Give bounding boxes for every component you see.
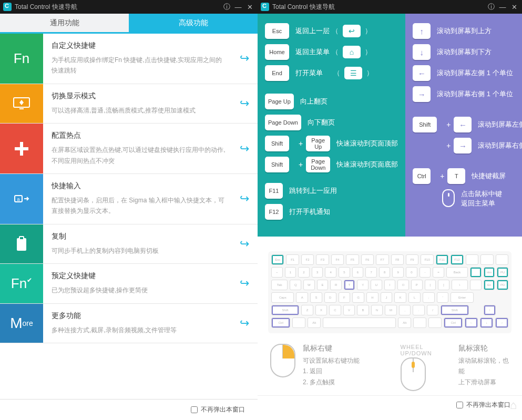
- keycap-ctrl: Ctrl: [413, 168, 431, 184]
- keycap-end: End: [265, 65, 289, 81]
- dont-show-label: 不再弹出本窗口: [466, 401, 510, 409]
- info-icon[interactable]: ⓘ: [222, 2, 231, 12]
- feature-more: More 更多功能 多种连接方式,截屏,录制音频视频,文件管理等 ↪: [0, 304, 258, 343]
- feature-title: 配置热点: [52, 131, 226, 140]
- app-logo-icon: [261, 3, 269, 11]
- window-title: Total Control 快速导航: [272, 3, 484, 12]
- feature-desc: 多种连接方式,截屏,录制音频视频,文件管理等: [52, 325, 226, 335]
- svg-text:a: a: [17, 197, 19, 202]
- feature-custom-hotkey: Fn 自定义快捷键 为手机应用或操作绑定Fn 快捷键,点击快捷键,实现应用之间的…: [0, 34, 258, 84]
- svg-rect-3: [15, 147, 28, 150]
- tab-advanced[interactable]: 高级功能: [129, 14, 258, 32]
- fn-check-icon: Fn✔: [0, 264, 43, 303]
- minimize-icon[interactable]: —: [233, 2, 243, 12]
- feature-title: 复制: [52, 232, 226, 241]
- arrow-icon[interactable]: ↪: [231, 264, 258, 303]
- keycap-shift: Shift: [265, 136, 289, 151]
- keycap-f11: F11: [265, 183, 283, 199]
- keycap-f12: F12: [265, 204, 283, 220]
- minimize-icon[interactable]: —: [498, 2, 507, 12]
- keyboard-illustration: EscF1F2F3F4F5F6F7F8F9F10F11F12 ~12345678…: [258, 237, 522, 339]
- arrow-icon[interactable]: ↪: [231, 174, 258, 224]
- arrow-right-icon: →: [413, 86, 431, 102]
- app-logo-icon: [3, 3, 12, 11]
- close-icon[interactable]: ✕: [509, 2, 519, 12]
- feature-desc: 在屏幕区域设置热点热键,可以通过键盘按键执行应用中的动作,不同应用间热点不冲突: [52, 145, 226, 166]
- keycap-pgup: Page Up: [265, 94, 294, 109]
- feature-hotspot: 配置热点 在屏幕区域设置热点热键,可以通过键盘按键执行应用中的动作,不同应用间热…: [0, 124, 258, 174]
- keycap-shift: Shift: [413, 117, 437, 132]
- window-title: Total Control 快速导航: [15, 3, 220, 12]
- fn-icon: Fn: [0, 34, 43, 84]
- navigation-keys-panel: Esc返回上一层（↩） Home返回主菜单（⌂） End打开菜单（☰） Page…: [258, 14, 405, 237]
- feature-quick-input: a 快捷输入 配置快捷词条，启用后，在 Sigma 输入框中输入快捷文本，可直接…: [0, 174, 258, 224]
- feature-list: Fn 自定义快捷键 为手机应用或操作绑定Fn 快捷键,点击快捷键,实现应用之间的…: [0, 34, 258, 399]
- feature-predefined-hotkey: Fn✔ 预定义快捷键 已为您预设超多快捷键,操作更简便 ↪: [0, 264, 258, 303]
- keycap-home: Home: [265, 44, 289, 60]
- wheel-up-down-label: WHEEL UP/DOWN: [401, 344, 452, 356]
- watermark-icon: ⌂: [510, 398, 517, 412]
- feature-display-mode: 切换显示模式 可以选择高清,普通,流畅画质模式,推荐使用加速模式 ↪: [0, 84, 258, 124]
- input-icon: a: [0, 174, 43, 224]
- svg-rect-1: [19, 108, 24, 109]
- keycap-pgdn: Page Down: [306, 157, 330, 172]
- mouse-right-button-icon: [270, 344, 295, 377]
- close-icon[interactable]: ✕: [245, 2, 254, 12]
- feature-desc: 可以选择高清,普通,流畅画质模式,推荐使用加速模式: [52, 105, 226, 116]
- arrow-left-icon: ←: [413, 65, 431, 81]
- keycap-pgup: Page Up: [306, 136, 330, 151]
- keycap-esc: Esc: [265, 23, 289, 39]
- dont-show-label: 不再弹出本窗口: [201, 405, 245, 414]
- more-icon: More: [0, 304, 43, 343]
- info-icon[interactable]: ⓘ: [486, 2, 496, 12]
- display-icon: [0, 84, 43, 123]
- keycap-pgdn: Page Down: [265, 115, 301, 130]
- feature-desc: 可同步手机上的复制内容到电脑剪切板: [52, 245, 226, 256]
- arrow-icon[interactable]: ↪: [231, 124, 258, 173]
- feature-title: 自定义快捷键: [52, 41, 226, 50]
- dont-show-checkbox[interactable]: [191, 406, 198, 413]
- feature-copy: 复制 可同步手机上的复制内容到电脑剪切板 ↪: [0, 224, 258, 264]
- feature-title: 预定义快捷键: [52, 271, 226, 281]
- tab-basic[interactable]: 通用功能: [0, 14, 129, 32]
- feature-desc: 为手机应用或操作绑定Fn 快捷键,点击快捷键,实现应用之间的快速跳转: [52, 55, 226, 76]
- feature-title: 快捷输入: [52, 181, 226, 191]
- back-icon: ↩: [343, 25, 361, 37]
- scroll-keys-panel: ↑滚动到屏幕到上方 ↓滚动到屏幕到下方 ←滚动到屏幕左侧 1 个单位 →滚动到屏…: [405, 14, 522, 237]
- feature-title: 切换显示模式: [52, 91, 226, 101]
- arrow-right-icon: →: [454, 138, 472, 153]
- home-icon: ⌂: [343, 46, 361, 58]
- keycap-t: T: [447, 168, 465, 184]
- menu-icon: ☰: [344, 67, 362, 79]
- arrow-down-icon: ↓: [413, 44, 431, 60]
- feature-desc: 已为您预设超多快捷键,操作更简便: [52, 285, 226, 295]
- arrow-icon[interactable]: ↪: [231, 224, 258, 263]
- arrow-left-icon: ←: [454, 117, 472, 132]
- mouse-wheel-icon: [401, 357, 426, 391]
- mouse-middle-icon: [442, 189, 455, 207]
- keycap-shift: Shift: [265, 157, 289, 172]
- feature-title: 更多功能: [52, 311, 226, 321]
- clipboard-icon: [0, 224, 43, 263]
- arrow-icon[interactable]: ↪: [231, 304, 258, 343]
- mouse-help-section: 鼠标右键 可设置鼠标右键功能 1. 返回 2. 多点触摸 WHEEL UP/DO…: [258, 339, 522, 395]
- svg-rect-7: [19, 237, 24, 240]
- feature-desc: 配置快捷词条，启用后，在 Sigma 输入框中输入快捷文本，可直接替换为显示文本…: [52, 195, 226, 217]
- plus-icon: [0, 124, 43, 173]
- dont-show-checkbox[interactable]: [456, 402, 463, 408]
- arrow-icon[interactable]: ↪: [231, 84, 258, 123]
- arrow-up-icon: ↑: [413, 23, 431, 39]
- arrow-icon[interactable]: ↪: [231, 34, 258, 84]
